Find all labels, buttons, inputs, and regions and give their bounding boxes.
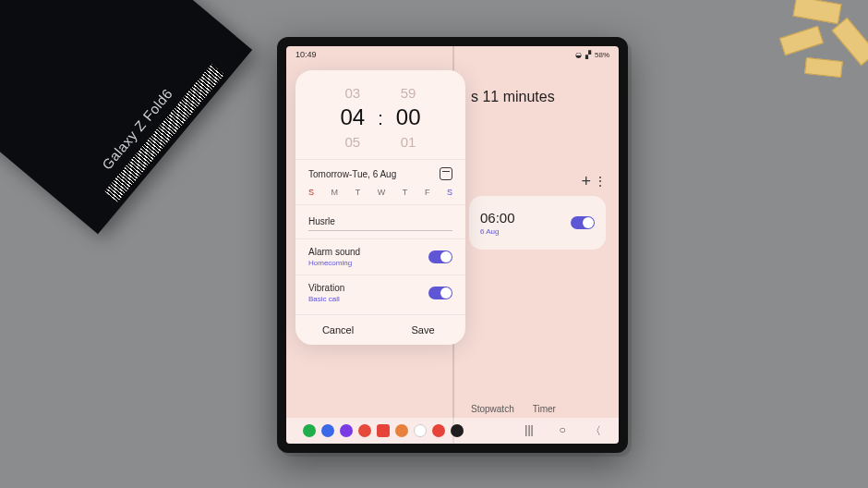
vibration-value: Basic call	[308, 295, 344, 303]
status-signal-icon: ▞	[585, 51, 591, 59]
hour-selected: 04	[341, 104, 366, 130]
save-button[interactable]: Save	[380, 315, 465, 345]
alarm-name-input[interactable]	[308, 213, 452, 231]
calendar-icon[interactable]	[440, 167, 452, 180]
status-battery-text: 58%	[595, 51, 609, 59]
tab-stopwatch[interactable]: Stopwatch	[471, 404, 514, 414]
alarm-editor-dialog: 03 04 05 : 59 00 01 Tomorrow-Tue, 6 Aug …	[295, 70, 465, 345]
time-colon: :	[378, 108, 383, 129]
date-section: Tomorrow-Tue, 6 Aug S M T W T F S	[295, 159, 465, 204]
date-label[interactable]: Tomorrow-Tue, 6 Aug	[308, 169, 396, 179]
dock-app-camera[interactable]	[395, 424, 408, 437]
app-dock	[303, 424, 464, 437]
system-nav: ||| ○ 〈	[523, 423, 602, 439]
dock-app-chat[interactable]	[321, 424, 334, 437]
device-screen: 10:49 ◒ ▞ 58% s 11 minutes + ⋮ 06:00 6 A…	[286, 46, 619, 444]
sound-label: Alarm sound	[308, 247, 360, 257]
box-knox-badge	[41, 0, 124, 9]
minute-selected: 00	[396, 104, 421, 130]
sound-toggle[interactable]	[428, 250, 452, 263]
minute-prev: 59	[396, 85, 421, 101]
dock-app-phone[interactable]	[303, 424, 316, 437]
minute-next: 01	[396, 134, 421, 150]
bottom-tabs: Stopwatch Timer	[471, 404, 556, 414]
status-wifi-icon: ◒	[575, 51, 582, 59]
dock-app-watch[interactable]	[451, 424, 464, 437]
day-sun[interactable]: S	[308, 188, 314, 197]
day-sat[interactable]: S	[447, 188, 452, 197]
alarm-card-time: 06:00	[480, 210, 515, 226]
day-thu[interactable]: T	[403, 188, 408, 197]
day-mon[interactable]: M	[332, 188, 339, 197]
day-tue[interactable]: T	[356, 188, 361, 197]
hour-wheel[interactable]: 03 04 05	[341, 85, 366, 150]
sound-row[interactable]: Alarm sound Homecoming	[295, 238, 465, 274]
wooden-toy	[748, 0, 868, 102]
time-picker[interactable]: 03 04 05 : 59 00 01	[295, 79, 465, 159]
dock-app-flipboard[interactable]	[377, 424, 390, 437]
minute-wheel[interactable]: 59 00 01	[396, 85, 421, 150]
weekday-picker[interactable]: S M T W T F S	[308, 188, 452, 197]
alarm-card-toggle[interactable]	[571, 216, 595, 229]
device-frame: 10:49 ◒ ▞ 58% s 11 minutes + ⋮ 06:00 6 A…	[277, 37, 628, 453]
dock-app-gallery[interactable]	[432, 424, 445, 437]
navigation-bar: ||| ○ 〈	[286, 418, 619, 444]
hour-next: 05	[341, 134, 366, 150]
name-section	[295, 204, 465, 238]
dock-app-play[interactable]	[414, 424, 427, 437]
day-wed[interactable]: W	[378, 188, 386, 197]
dock-app-news[interactable]	[358, 424, 371, 437]
alarm-card-date: 6 Aug	[480, 227, 515, 236]
dock-app-bixby[interactable]	[340, 424, 353, 437]
nav-recents-button[interactable]: |||	[523, 423, 536, 439]
vibration-row[interactable]: Vibration Basic call	[295, 274, 465, 311]
day-fri[interactable]: F	[425, 188, 430, 197]
more-options-button[interactable]: ⋮	[594, 174, 606, 189]
nav-home-button[interactable]: ○	[556, 423, 569, 439]
nav-back-button[interactable]: 〈	[589, 423, 602, 439]
vibration-toggle[interactable]	[428, 287, 452, 299]
alarm-card[interactable]: 06:00 6 Aug	[469, 196, 606, 250]
cancel-button[interactable]: Cancel	[295, 315, 380, 345]
add-alarm-button[interactable]: +	[581, 172, 591, 191]
vibration-label: Vibration	[308, 283, 344, 293]
hour-prev: 03	[341, 85, 366, 101]
tab-timer[interactable]: Timer	[533, 404, 556, 414]
status-time: 10:49	[295, 50, 317, 59]
dialog-actions: Cancel Save	[295, 314, 465, 345]
sound-value: Homecoming	[308, 259, 360, 267]
alarm-countdown-text: s 11 minutes	[471, 89, 555, 105]
product-box: Galaxy Z Fold6	[0, 0, 252, 234]
